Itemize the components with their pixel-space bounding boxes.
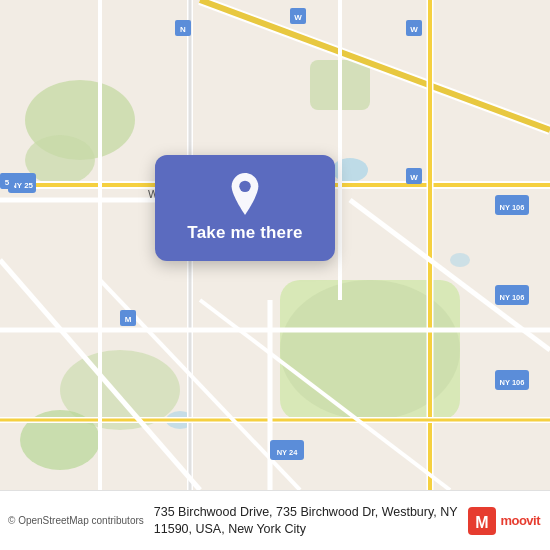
info-bar: © OpenStreetMap contributors 735 Birchwo…: [0, 490, 550, 550]
svg-text:NY 106: NY 106: [500, 293, 525, 302]
map-container: NY 25 NY 106 NY 106 NY 106 NY 24 W W W N…: [0, 0, 550, 490]
take-me-there-button[interactable]: Take me there: [187, 223, 302, 243]
address-text: 735 Birchwood Drive, 735 Birchwood Dr, W…: [154, 504, 459, 538]
svg-text:W: W: [294, 13, 302, 22]
svg-point-8: [332, 158, 368, 182]
svg-text:NY 24: NY 24: [277, 448, 299, 457]
osm-attribution: © OpenStreetMap contributors: [8, 515, 144, 526]
svg-text:5: 5: [5, 178, 10, 187]
navigation-tooltip[interactable]: Take me there: [155, 155, 335, 261]
svg-point-10: [450, 253, 470, 267]
svg-text:N: N: [180, 25, 186, 34]
svg-text:NY 106: NY 106: [500, 378, 525, 387]
moovit-logo: M moovit: [468, 507, 540, 535]
svg-text:M: M: [125, 315, 132, 324]
svg-point-53: [239, 181, 250, 192]
svg-text:NY 106: NY 106: [500, 203, 525, 212]
moovit-m-icon: M: [468, 507, 496, 535]
svg-text:W: W: [410, 173, 418, 182]
location-pin-icon: [227, 173, 263, 215]
svg-text:W: W: [410, 25, 418, 34]
moovit-brand-text: moovit: [500, 513, 540, 528]
svg-text:NY 25: NY 25: [11, 181, 34, 190]
svg-text:M: M: [476, 514, 489, 531]
